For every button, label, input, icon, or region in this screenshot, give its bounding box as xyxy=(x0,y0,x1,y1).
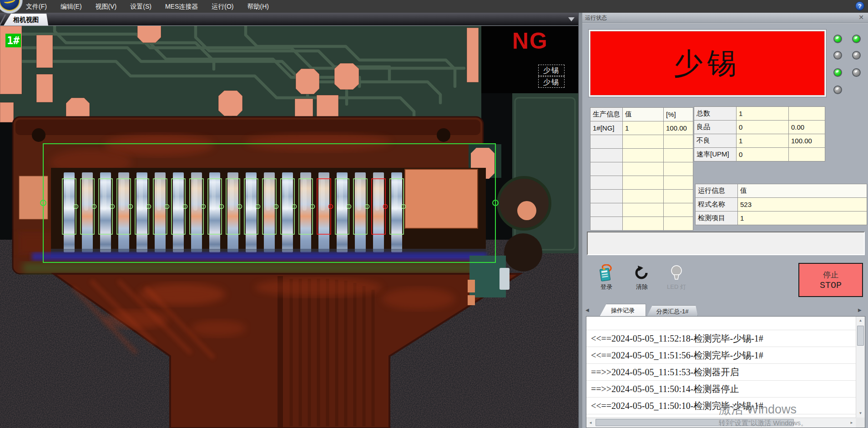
cell: 1 xyxy=(737,134,789,148)
scroll-right-icon[interactable]: ► xyxy=(848,418,856,428)
menu-settings[interactable]: 设置(S) xyxy=(123,0,158,13)
cell xyxy=(590,217,623,231)
logo-swoosh xyxy=(3,0,16,5)
solder-pads xyxy=(19,168,486,258)
panel-divider[interactable] xyxy=(578,13,582,428)
tab-operation-log[interactable]: 操作记录 xyxy=(600,304,646,317)
table-row: 1#[NG] 1 100.00 xyxy=(590,121,693,135)
result-ng-label: NG xyxy=(512,28,548,54)
table-row: 良品 0 0.00 xyxy=(694,121,825,134)
cell: 100.00 xyxy=(664,121,693,135)
cell: 0 xyxy=(737,148,789,161)
run-info-table: 运行信息 值 程式名称 523 检测项目 1 xyxy=(695,184,867,225)
led-indicator xyxy=(852,35,861,43)
message-box xyxy=(587,232,865,255)
scroll-left-icon[interactable]: ◄ xyxy=(586,418,595,428)
tab-scroll-right-icon[interactable]: ▶ xyxy=(858,307,862,312)
defect-tag: 少锡 xyxy=(538,76,565,88)
windows-activation-watermark: 激活 Windows xyxy=(719,401,797,418)
camera-view: 1# NG 少锡 少锡 xyxy=(0,26,578,428)
help-icon[interactable]: ? xyxy=(855,1,864,10)
tab-scroll-left-icon[interactable]: ◀ xyxy=(585,307,589,312)
green-glow xyxy=(23,262,482,273)
cell xyxy=(664,149,693,162)
table-row xyxy=(590,176,693,190)
bulb-icon xyxy=(661,264,692,282)
menu-edit[interactable]: 编辑(E) xyxy=(54,0,89,13)
tab-camera-view[interactable]: 相机视图 xyxy=(4,14,48,25)
scroll-up-icon[interactable]: ▲ xyxy=(856,317,865,325)
clear-button-label: 清除 xyxy=(626,283,658,291)
logo-globe xyxy=(0,0,20,11)
cell xyxy=(623,217,664,231)
cell xyxy=(623,149,664,162)
camera-tab-bar: 相机视图 xyxy=(0,13,578,26)
column-header: 生产信息 xyxy=(590,108,623,121)
table-row xyxy=(590,135,693,149)
led-light-button[interactable]: LED 灯 xyxy=(661,264,692,291)
result-banner-frame: 少锡 xyxy=(588,29,827,97)
stop-button-cn: 停止 xyxy=(823,270,838,280)
status-panel: 少锡 生产信息 值 [%] 1#[NG] 1 100.00 xyxy=(582,23,868,428)
cell: 不良 xyxy=(694,134,737,148)
cell: 0.00 xyxy=(789,121,825,134)
cell: 523 xyxy=(738,198,867,211)
column-header: [%] xyxy=(664,108,693,121)
pcb-photo xyxy=(0,26,578,428)
menu-view[interactable]: 视图(V) xyxy=(89,0,124,13)
cell xyxy=(664,135,693,149)
log-entry: <<==2024-05-05_11:51:56-检测完毕-少锡-1# xyxy=(586,347,856,364)
led-indicator xyxy=(833,35,842,43)
cell xyxy=(590,135,623,149)
refresh-icon xyxy=(626,264,658,282)
cell xyxy=(623,190,664,203)
column-header: 值 xyxy=(623,108,664,121)
cell xyxy=(623,135,664,149)
cell: 检测项目 xyxy=(696,211,738,225)
cell: 程式名称 xyxy=(696,198,738,211)
cell xyxy=(590,162,623,176)
log-tab-strip: ◀ 操作记录 分类汇总-1# ▶ xyxy=(582,303,868,317)
menu-mes-connector[interactable]: MES连接器 xyxy=(158,0,205,13)
vertical-scrollbar[interactable]: ▲ ▼ xyxy=(856,317,865,418)
result-banner-text: 少锡 xyxy=(674,44,741,83)
close-icon[interactable]: ✕ xyxy=(857,13,865,21)
cell: 1 xyxy=(737,107,789,121)
cell xyxy=(590,176,623,190)
table-row xyxy=(590,217,693,231)
table-header-row: 生产信息 值 [%] xyxy=(590,108,693,121)
status-panel-titlebar: 运行状态 ✕ xyxy=(582,13,868,23)
via-circle xyxy=(498,177,550,229)
status-panel-title: 运行状态 xyxy=(585,15,607,21)
menu-file[interactable]: 文件(F) xyxy=(19,0,54,13)
table-row xyxy=(590,203,693,217)
menu-run[interactable]: 运行(O) xyxy=(205,0,240,13)
table-row: 检测项目 1 xyxy=(696,211,867,225)
table-row: 程式名称 523 xyxy=(696,198,867,211)
table-row: 总数 1 xyxy=(694,107,825,121)
cell: 1 xyxy=(738,211,867,225)
cell: 良品 xyxy=(694,121,737,134)
led-indicator xyxy=(852,51,861,60)
clear-button[interactable]: 清除 xyxy=(626,264,658,291)
stop-button[interactable]: 停止 STOP xyxy=(798,263,863,297)
cell xyxy=(664,217,693,231)
cell: 速率[UPM] xyxy=(694,148,737,161)
scrollbar-thumb[interactable] xyxy=(857,326,864,346)
login-button[interactable]: 登录 xyxy=(590,264,622,291)
production-table: 生产信息 值 [%] 1#[NG] 1 100.00 xyxy=(590,107,693,231)
tab-class-summary[interactable]: 分类汇总-1# xyxy=(647,305,698,317)
column-header: 值 xyxy=(738,184,867,198)
tab-dropdown-icon[interactable] xyxy=(568,17,575,21)
led-indicator xyxy=(833,68,842,77)
table-row: 速率[UPM] 0 xyxy=(694,148,825,161)
id-badge-icon xyxy=(590,264,622,282)
scrollbar-corner xyxy=(856,418,865,428)
cell xyxy=(664,203,693,217)
table-row xyxy=(590,162,693,176)
cell xyxy=(623,162,664,176)
scroll-down-icon[interactable]: ▼ xyxy=(856,409,865,418)
cell: 1 xyxy=(623,121,664,135)
led-indicator xyxy=(833,86,842,94)
menu-help[interactable]: 帮助(H) xyxy=(240,0,275,13)
